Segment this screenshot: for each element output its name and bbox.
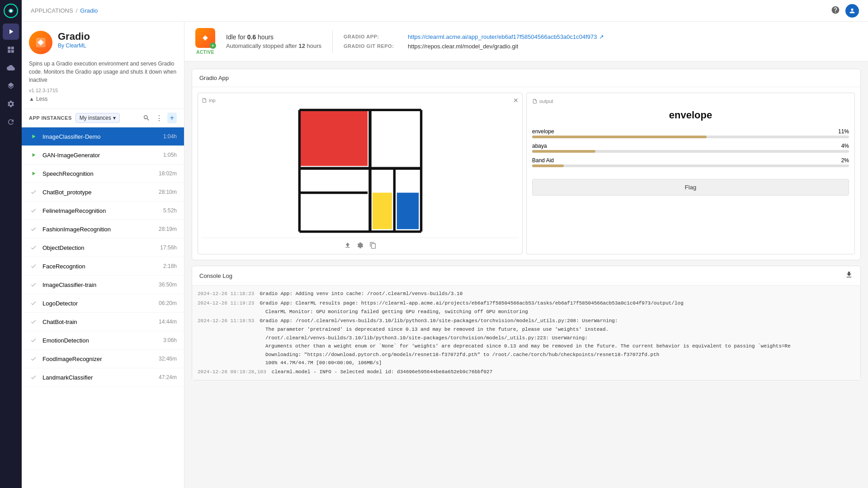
instance-status-icon (29, 299, 38, 308)
upload-button[interactable] (344, 242, 351, 250)
instance-time: 1:04h (163, 133, 177, 140)
instance-status-icon (29, 132, 38, 141)
instance-item[interactable]: FelineImageRecognition5:52h (22, 202, 184, 220)
gradio-app-section: Gradio App inp ✕ (192, 69, 861, 260)
instance-name: FaceRecogntion (42, 263, 163, 270)
instance-item[interactable]: FashionImageRecognition28:19m (22, 220, 184, 239)
nav-icon-play[interactable] (3, 23, 19, 40)
top-header: APPLICATIONS / Gradio (22, 0, 868, 22)
console-body: 2024-12-26 11:18:23Gradio App: Adding ve… (192, 286, 860, 380)
console-continuation-line: /root/.clearml/venvs-builds/3.10/lib/pyt… (196, 334, 857, 343)
main-panel: ACTIVE Idle for 0.6 hours Automatically … (184, 22, 868, 488)
instance-item[interactable]: ChatBot_prototype28:10m (22, 183, 184, 202)
console-continuation-line: The parameter 'pretrained' is deprecated… (196, 325, 857, 334)
gradio-app-row: GRADIO APP: https://clearml.acme.ai/app_… (344, 33, 604, 40)
gradio-app-link[interactable]: https://clearml.acme.ai/app_router/eb6af… (408, 33, 604, 40)
instance-name: EmotionDetection (42, 337, 163, 344)
instance-status-icon (29, 262, 38, 271)
instance-item[interactable]: LandmarkClassifier47:24m (22, 368, 184, 387)
nav-bar (0, 0, 22, 488)
instance-status-icon (29, 243, 38, 252)
svg-point-4 (204, 37, 207, 39)
output-bar-bg (532, 150, 849, 153)
instance-time: 47:24m (159, 374, 177, 380)
instance-status-icon (29, 336, 38, 345)
instance-name: FoodImageRecognizer (42, 356, 159, 362)
instances-filter[interactable]: My instances ▾ (75, 113, 120, 123)
user-avatar[interactable] (845, 4, 859, 18)
output-panel: output envelope envelope 11% abaya 4% Ba… (526, 93, 855, 254)
bar-label: abaya (532, 143, 547, 149)
svg-rect-6 (299, 110, 368, 166)
gradio-git-label: GRADIO GIT REPO: (344, 43, 402, 49)
console-continuation-line: Arguments other than a weight enum or `N… (196, 342, 857, 351)
console-line: 2024-12-26 11:19:53Gradio App: /root/.cl… (196, 316, 857, 326)
instance-item[interactable]: FoodImageRecognizer32:46m (22, 350, 184, 368)
instance-item[interactable]: FaceRecogntion2:18h (22, 257, 184, 276)
console-title: Console Log (199, 272, 232, 279)
instance-item[interactable]: SpeechRecognition18:02m (22, 164, 184, 183)
add-instance-button[interactable]: + (167, 113, 177, 123)
output-bar-label-row: Band Aid 2% (532, 157, 849, 164)
active-badge: ACTIVE (196, 50, 214, 55)
header-right (831, 4, 859, 18)
chevron-up-icon: ▲ (29, 96, 34, 102)
svg-point-3 (39, 41, 42, 43)
flag-button[interactable]: Flag (532, 179, 849, 196)
close-inp-button[interactable]: ✕ (513, 97, 519, 104)
mondrian-artwork (202, 108, 519, 234)
output-bar-bg (532, 164, 849, 167)
less-button[interactable]: ▲ Less (29, 95, 47, 103)
breadcrumb: APPLICATIONS / Gradio (31, 7, 98, 14)
nav-icon-settings[interactable] (3, 96, 19, 112)
output-bar-item: Band Aid 2% (532, 157, 849, 167)
breadcrumb-separator: / (76, 7, 78, 14)
breadcrumb-current: Gradio (80, 7, 98, 14)
download-console-button[interactable] (845, 271, 853, 281)
console-timestamp: 2024-12-26 11:19:23 (198, 300, 254, 307)
chevron-down-icon: ▾ (113, 115, 116, 121)
instance-time: 1:05h (163, 152, 177, 158)
console-line: 2024-12-26 11:18:23Gradio App: Adding ve… (196, 289, 857, 299)
instance-item[interactable]: ObjectDetection17:56h (22, 239, 184, 257)
status-divider (332, 30, 333, 53)
nav-icon-refresh[interactable] (3, 114, 19, 130)
inp-panel: inp ✕ (198, 93, 523, 254)
instance-name: FelineImageRecognition (42, 207, 163, 214)
console-continuation-line: Downloading: "https://download.pytorch.o… (196, 351, 857, 359)
instance-time: 5:52h (163, 207, 177, 214)
output-bar-label-row: envelope 11% (532, 128, 849, 135)
output-header: output (532, 99, 849, 104)
output-bars: envelope 11% abaya 4% Band Aid 2% (532, 128, 849, 172)
app-logo[interactable] (4, 4, 18, 18)
instance-item[interactable]: ImageClassifier-train36:50m (22, 276, 184, 294)
settings-button[interactable] (357, 242, 364, 250)
gradio-status-icon (195, 28, 215, 48)
nav-icon-layers[interactable] (3, 78, 19, 94)
main-area: APPLICATIONS / Gradio (22, 0, 868, 488)
app-author: By ClearML (58, 42, 90, 49)
status-info-grid: GRADIO APP: https://clearml.acme.ai/app_… (344, 33, 604, 50)
nav-icon-cloud[interactable] (3, 60, 19, 76)
instance-name: ChatBot_prototype (42, 189, 159, 196)
search-instances-button[interactable] (142, 113, 151, 123)
more-options-button[interactable]: ⋮ (155, 113, 164, 123)
less-label: Less (36, 96, 47, 102)
inp-header: inp ✕ (202, 97, 519, 104)
app-panel: Gradio App inp ✕ (184, 61, 868, 488)
copy-button[interactable] (369, 242, 377, 250)
help-icon[interactable] (831, 5, 840, 16)
instance-item[interactable]: ImageClassifier-Demo1:04h (22, 127, 184, 146)
breadcrumb-parent[interactable]: APPLICATIONS (31, 7, 73, 14)
nav-icon-grid[interactable] (3, 42, 19, 58)
svg-rect-14 (372, 192, 392, 229)
instance-name: FashionImageRecognition (42, 226, 159, 233)
instance-item[interactable]: GAN-ImageGenerator1:05h (22, 146, 184, 164)
instance-item[interactable]: EmotionDetection3:06h (22, 331, 184, 350)
instance-time: 17:56h (160, 244, 177, 251)
instance-item[interactable]: LogoDetector06:20m (22, 294, 184, 313)
bar-percent: 4% (841, 143, 849, 149)
instance-time: 18:02m (159, 170, 177, 177)
output-bar-fill (532, 164, 564, 167)
instance-item[interactable]: ChatBot-train14:44m (22, 313, 184, 331)
